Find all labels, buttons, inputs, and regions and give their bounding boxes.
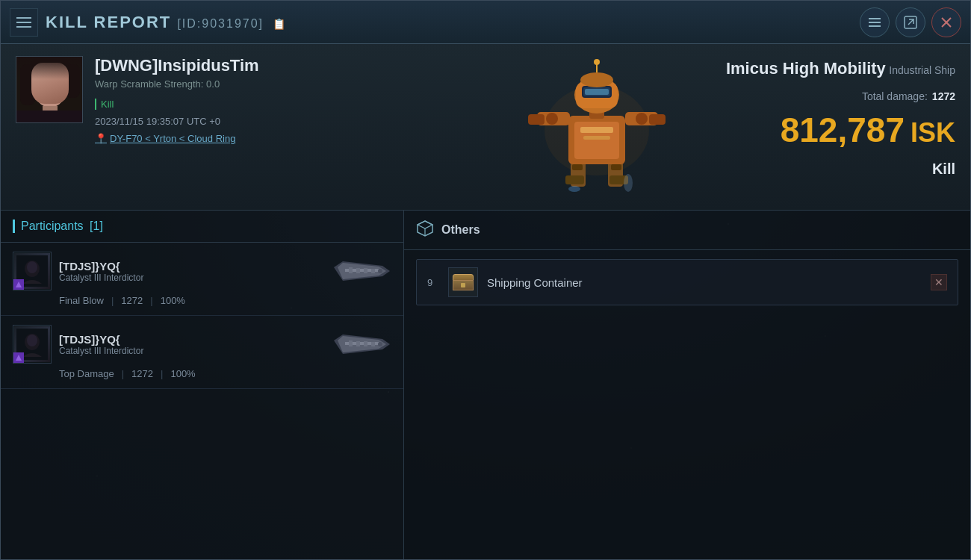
info-panel: [DWNG]InsipidusTim Warp Scramble Strengt… (1, 44, 970, 211)
close-button[interactable] (931, 7, 961, 37)
stat-percent: 100% (170, 368, 195, 379)
list-item: 9 Shipping Container ✕ (416, 259, 958, 305)
others-header: Others (404, 211, 970, 250)
participant-ship: Catalyst III Interdictor (59, 346, 143, 356)
participant-stats: Final Blow | 1272 | 100% (13, 295, 391, 306)
bottom-section: Participants [1] (1, 211, 970, 559)
participants-panel: Participants [1] (1, 211, 404, 559)
svg-point-46 (27, 261, 37, 273)
svg-point-41 (624, 174, 633, 192)
hamburger-line (16, 17, 31, 19)
stat-type: Top Damage (59, 368, 114, 379)
window-title: KILL REPORT [ID:9031970] 📋 (46, 13, 860, 32)
svg-rect-58 (356, 341, 360, 346)
victim-avatar (16, 56, 83, 123)
kill-outcome: Kill (932, 161, 955, 178)
stats-section: Imicus High Mobility Industrial Ship Tot… (716, 56, 955, 198)
svg-rect-43 (611, 164, 621, 170)
item-icon-box (448, 267, 478, 297)
copy-icon[interactable]: 📋 (273, 18, 287, 30)
participant-name: [TDJS]}YQ{ (59, 260, 143, 273)
others-title: Others (441, 223, 480, 237)
participant-list: [TDJS]}YQ{ Catalyst III Interdictor Fina… (1, 243, 403, 559)
svg-rect-0 (869, 18, 881, 19)
item-count: 9 (427, 277, 439, 288)
participant-row-top: [TDJS]}YQ{ Catalyst III Interdictor (13, 252, 391, 290)
table-row: [TDJS]}YQ{ Catalyst III Interdictor Top … (1, 316, 403, 389)
svg-point-38 (580, 72, 613, 87)
export-button[interactable] (896, 7, 925, 37)
svg-rect-59 (364, 341, 367, 346)
svg-point-29 (636, 113, 648, 125)
participant-name-ship: [TDJS]}YQ{ Catalyst III Interdictor (59, 333, 143, 356)
stat-type: Final Blow (59, 295, 104, 306)
svg-rect-30 (528, 114, 545, 125)
weapon-image (332, 329, 391, 359)
victim-section: [DWNG]InsipidusTim Warp Scramble Strengt… (16, 56, 477, 198)
participant-ship: Catalyst III Interdictor (59, 273, 143, 283)
participant-row-top: [TDJS]}YQ{ Catalyst III Interdictor (13, 325, 391, 364)
svg-point-28 (546, 113, 558, 125)
svg-marker-63 (418, 221, 432, 228)
svg-point-8 (29, 57, 71, 81)
svg-rect-11 (65, 64, 80, 98)
stat-damage: 1272 (121, 295, 143, 306)
svg-point-21 (568, 186, 580, 192)
participant-left: [TDJS]}YQ{ Catalyst III Interdictor (13, 252, 143, 290)
kill-type-label: Kill (95, 99, 259, 110)
svg-rect-2 (869, 25, 881, 27)
rank-badge (13, 279, 24, 290)
participants-title: Participants [1] (13, 220, 103, 233)
svg-rect-49 (356, 268, 360, 273)
chest-lock (461, 283, 465, 287)
victim-warp-scramble: Warp Scramble Strength: 0.0 (95, 78, 259, 90)
svg-rect-42 (572, 164, 583, 170)
separator: | (150, 295, 152, 306)
others-cube-icon (416, 220, 434, 240)
participant-name-ship: [TDJS]}YQ{ Catalyst III Interdictor (59, 260, 143, 283)
svg-rect-1 (869, 22, 881, 23)
ship-name: Imicus High Mobility (726, 59, 886, 78)
svg-rect-50 (364, 268, 367, 273)
svg-rect-57 (349, 340, 353, 346)
svg-rect-48 (349, 267, 353, 273)
svg-point-12 (41, 83, 47, 87)
kill-location[interactable]: 📍 DY-F70 < Yrton < Cloud Ring (95, 133, 259, 144)
svg-rect-15 (16, 111, 83, 123)
victim-info: [DWNG]InsipidusTim Warp Scramble Strengt… (95, 56, 259, 198)
svg-rect-24 (580, 127, 613, 133)
participant-avatar (13, 325, 52, 364)
item-remove-button[interactable]: ✕ (931, 274, 947, 290)
kill-date: 2023/11/15 19:35:07 UTC +0 (95, 116, 259, 127)
others-panel: Others 9 Shipping Container (404, 211, 970, 559)
participant-left: [TDJS]}YQ{ Catalyst III Interdictor (13, 325, 143, 364)
avatar-image (16, 57, 83, 123)
rank-icon (16, 281, 22, 287)
svg-point-55 (27, 335, 37, 346)
svg-rect-10 (20, 64, 35, 105)
victim-name: [DWNG]InsipidusTim (95, 56, 259, 75)
stat-percent: 100% (161, 295, 185, 306)
hamburger-line (16, 26, 31, 28)
title-text: KILL REPORT (46, 13, 171, 31)
table-row: [TDJS]}YQ{ Catalyst III Interdictor Fina… (1, 243, 403, 316)
svg-rect-37 (585, 89, 609, 95)
participant-name: [TDJS]}YQ{ (59, 333, 143, 346)
rank-badge (13, 352, 24, 363)
svg-point-40 (594, 59, 600, 65)
list-button[interactable] (860, 7, 890, 37)
chest-icon (453, 274, 474, 290)
svg-rect-19 (565, 175, 584, 184)
rank-icon (16, 355, 22, 361)
svg-rect-60 (371, 342, 375, 346)
hamburger-button[interactable] (10, 8, 38, 37)
location-pin-icon: 📍 (95, 133, 107, 144)
isk-label: ISK (910, 117, 955, 149)
hamburger-line (16, 22, 31, 23)
ship-image (515, 56, 679, 198)
others-content: 9 Shipping Container ✕ (404, 250, 970, 559)
item-name: Shipping Container (487, 276, 922, 289)
svg-rect-31 (649, 114, 666, 125)
total-damage-value: 1272 (932, 90, 955, 102)
ship-name-container: Imicus High Mobility Industrial Ship (726, 59, 955, 78)
